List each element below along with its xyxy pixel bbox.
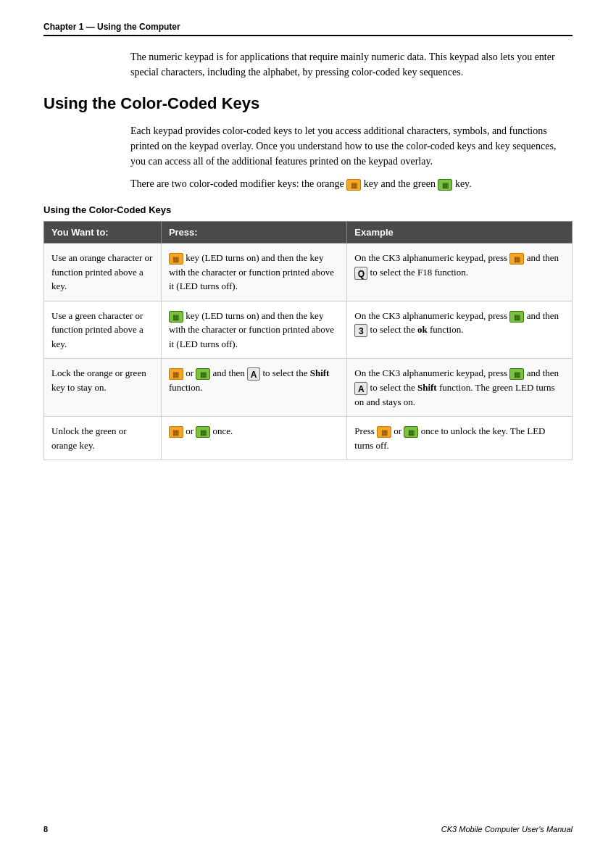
row3-example: On the CK3 alphanumeric keypad, press an… (347, 359, 573, 417)
green-key-icon (509, 311, 524, 323)
table-row: Lock the orange or green key to stay on.… (44, 359, 573, 417)
chapter-header: Chapter 1 — Using the Computer (43, 22, 573, 36)
row1-press: key (LED turns on) and then the key with… (161, 244, 346, 302)
row2-press: key (LED turns on) and then the key with… (161, 301, 346, 359)
table-row: Use an orange character or function prin… (44, 244, 573, 302)
orange-key-icon (377, 426, 391, 438)
section-body-text1: Each keypad provides color-coded keys to… (130, 125, 556, 167)
col-header-want: You Want to: (44, 222, 162, 244)
green-key-icon (196, 426, 210, 438)
subsection-title: Using the Color-Coded Keys (43, 204, 573, 215)
section-body-text2-end: key. (455, 178, 472, 189)
page-number: 8 (43, 825, 48, 834)
green-key-icon (196, 368, 210, 380)
color-key-table: You Want to: Press: Example Use an orang… (43, 221, 573, 460)
subsection-title-text: Using the Color-Coded Keys (43, 204, 171, 215)
row4-example: Press or once to unlock the key. The LED… (347, 417, 573, 460)
table-header-row: You Want to: Press: Example (44, 222, 573, 244)
a-key: A (247, 367, 260, 381)
orange-key-icon (169, 426, 183, 438)
row1-want: Use an orange character or function prin… (44, 244, 162, 302)
q-key: Q (354, 267, 367, 280)
section-body: Each keypad provides color-coded keys to… (130, 123, 573, 191)
section-body-para1: Each keypad provides color-coded keys to… (130, 123, 573, 169)
intro-paragraph: The numeric keypad is for applications t… (130, 49, 573, 80)
col-header-press: Press: (161, 222, 346, 244)
row4-want: Unlock the green or orange key. (44, 417, 162, 460)
section-body-text2-suffix: key and the green (364, 178, 438, 189)
green-key-icon (404, 426, 418, 438)
orange-key-icon (509, 253, 524, 265)
row3-want: Lock the orange or green key to stay on. (44, 359, 162, 417)
row2-example: On the CK3 alphanumeric keypad, press an… (347, 301, 573, 359)
orange-key-icon (346, 179, 361, 191)
section-title-text: Using the Color-Coded Keys (43, 94, 259, 112)
page-footer: 8 CK3 Mobile Computer User's Manual (0, 825, 616, 834)
footer-title: CK3 Mobile Computer User's Manual (441, 825, 573, 834)
intro-text: The numeric keypad is for applications t… (130, 51, 555, 78)
table-row: Use a green character or function printe… (44, 301, 573, 359)
green-key-icon (438, 179, 452, 191)
section-body-para2: There are two color-coded modifier keys:… (130, 176, 573, 191)
a-key2: A (354, 382, 367, 395)
table-row: Unlock the green or orange key. or once.… (44, 417, 573, 460)
col-header-example: Example (347, 222, 573, 244)
green-key-icon (509, 368, 524, 380)
row4-press: or once. (161, 417, 346, 460)
section-title: Using the Color-Coded Keys (43, 94, 573, 113)
page-container: Chapter 1 — Using the Computer The numer… (0, 0, 616, 518)
row3-press: or and then A to select the Shift functi… (161, 359, 346, 417)
section-body-text2-prefix: There are two color-coded modifier keys:… (130, 178, 344, 189)
orange-key-icon (169, 253, 183, 265)
chapter-header-text: Chapter 1 — Using the Computer (43, 22, 180, 32)
orange-key-icon (169, 368, 183, 380)
3-key: 3 (354, 324, 367, 337)
row1-example: On the CK3 alphanumeric keypad, press an… (347, 244, 573, 302)
green-key-icon (169, 311, 183, 323)
row2-want: Use a green character or function printe… (44, 301, 162, 359)
